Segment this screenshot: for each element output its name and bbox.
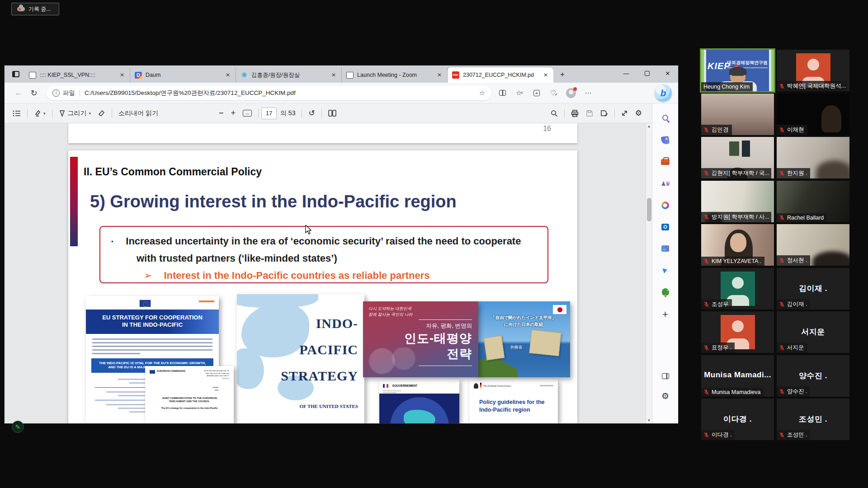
participant-tile[interactable]: 김민경 <box>701 94 774 135</box>
participant-tile[interactable]: 표정우 . <box>701 311 774 353</box>
read-aloud-button[interactable]: 소리내어 읽기 <box>115 106 162 121</box>
german-eagle-icon <box>474 383 478 389</box>
scrollbar-thumb[interactable] <box>647 198 651 221</box>
sidebar-drop-button[interactable] <box>658 263 673 278</box>
sidebar-shopping-button[interactable] <box>658 132 673 148</box>
participant-tile[interactable]: 정서현 . <box>777 224 849 266</box>
page-view-button[interactable] <box>325 106 340 121</box>
back-button[interactable]: ← <box>11 85 26 101</box>
recording-indicator[interactable]: 기록 중... <box>11 3 59 15</box>
pdf-scrollbar[interactable]: ▲ ▼ <box>646 123 652 423</box>
participant-tile[interactable]: 박혜연[ 국제대학원석... <box>777 50 849 91</box>
sidebar-search-button[interactable] <box>658 110 673 125</box>
tab-title: Launch Meeting - Zoom <box>357 72 432 78</box>
old-map-graphic <box>484 335 505 360</box>
favorites-bar-button[interactable]: ☆≡ <box>512 86 527 100</box>
page-number-input[interactable]: 17 <box>261 108 277 119</box>
print-button[interactable] <box>567 106 582 121</box>
participant-tile[interactable]: Rachel Ballard <box>777 181 849 222</box>
erase-button[interactable] <box>94 106 109 121</box>
settings-more-button[interactable]: ⋯ <box>581 86 595 100</box>
tab-close-icon[interactable]: ✕ <box>435 71 443 79</box>
participant-tile[interactable]: 양수진 . 양수진 . <box>777 355 849 397</box>
zoom-out-button[interactable]: − <box>215 106 227 121</box>
participant-tile[interactable]: Munisa Mamadi... Munisa Mamadieva <box>701 355 774 397</box>
sidebar-customize-button[interactable] <box>658 368 673 384</box>
browser-essentials-button[interactable]: ♡✔ <box>547 86 561 100</box>
close-window-button[interactable]: ✕ <box>657 66 678 81</box>
tab-kiep-vpn[interactable]: :::: KIEP_SSL_VPN:::: ✕ <box>24 67 130 83</box>
sidebar-tree-button[interactable] <box>658 284 673 300</box>
muted-mic-icon <box>779 258 785 263</box>
participant-name: 조성민 . <box>787 431 807 439</box>
participant-name: 조성우 <box>712 300 729 308</box>
participant-tile[interactable]: 이채현 <box>777 94 849 135</box>
participant-tile[interactable]: 조성민 . 조성민 . <box>777 399 849 440</box>
participant-tile[interactable]: 서지운 서지운 <box>777 311 849 353</box>
pdf-settings-button[interactable]: ⚙ <box>632 106 646 121</box>
de-doc-title-line2: Indo-Pacific region <box>479 406 553 414</box>
search-document-button[interactable] <box>547 106 561 121</box>
save-icon <box>586 110 593 117</box>
info-icon[interactable]: i <box>52 89 60 97</box>
tab-kiep-office[interactable]: ❋ 김흥종/원장/원장실 ✕ <box>236 67 342 83</box>
sidebar-tools-button[interactable] <box>658 154 673 169</box>
new-tab-button[interactable]: + <box>556 68 569 81</box>
sidebar-add-button[interactable]: + <box>658 307 673 322</box>
rotate-button[interactable]: ↺ <box>305 106 318 121</box>
de-doc-title-line1: Policy guidelines for the <box>479 399 553 406</box>
participant-tile[interactable]: 김이재 . 김이재 . <box>777 268 849 310</box>
page-16-number: 16 <box>543 125 551 133</box>
tab-zoom-meeting[interactable]: Launch Meeting - Zoom ✕ <box>342 67 448 83</box>
address-bar[interactable]: i 파일 C:/Users/ZB99015/Desktop/연구원%20관련자료… <box>46 86 491 100</box>
tab-pdf-active[interactable]: PDF 230712_EUCCP_HCKIM.pd ✕ <box>448 67 553 83</box>
restore-button[interactable] <box>637 66 657 81</box>
sidebar-microsoft365-button[interactable] <box>658 197 673 213</box>
pdf-content-area: 16 II. EU’s Common Commercial Policy 5) … <box>5 123 652 423</box>
scroll-down-arrow[interactable]: ▼ <box>646 418 652 422</box>
pencil-icon: ✎ <box>15 423 21 431</box>
mouse-cursor <box>304 225 313 235</box>
annotation-pen-button[interactable]: ✎ <box>12 421 24 433</box>
us-doc-tagline: OF THE UNITED STATES <box>300 404 359 409</box>
tab-daum[interactable]: D Daum ✕ <box>130 67 236 83</box>
participant-tile[interactable]: 이다경 . 이다경 . <box>701 399 774 440</box>
collections-button[interactable]: + <box>529 86 544 100</box>
tab-actions-menu-button[interactable] <box>9 67 23 81</box>
expand-button[interactable] <box>618 106 632 121</box>
draw-button[interactable]: 그리기 ▾ <box>55 106 95 121</box>
scroll-up-arrow[interactable]: ▲ <box>646 124 652 128</box>
tab-close-icon[interactable]: ✕ <box>118 71 126 79</box>
sidebar-settings-button[interactable]: ⚙ <box>658 388 673 404</box>
refresh-button[interactable]: ↻ <box>26 85 42 101</box>
participant-tile[interactable]: KIM YELYZAVETA . <box>701 224 774 266</box>
participant-tile[interactable]: 김현지[ 학부재학 / 국... <box>701 137 774 178</box>
participant-tile-heung-chong-kim[interactable]: KIEP◢ 대외경제정책연구원 Heung Chong Kim <box>701 50 774 91</box>
minimize-button[interactable]: — <box>616 66 637 81</box>
tab-close-icon[interactable]: ✕ <box>330 71 338 79</box>
save-as-button[interactable] <box>597 106 612 121</box>
image-creator-icon <box>661 245 669 252</box>
pen-icon <box>59 110 66 117</box>
participant-tile[interactable]: 한지원 . <box>777 137 849 178</box>
tab-close-icon[interactable]: ✕ <box>224 71 232 79</box>
slide-callout-box: ▪ Increased uncertainty in the era of ‘e… <box>99 226 548 283</box>
bing-copilot-button[interactable]: b <box>655 84 672 102</box>
tab-close-icon[interactable]: ✕ <box>542 71 550 79</box>
participant-tile[interactable]: 방지원[ 학부재학 / 사... <box>701 181 774 222</box>
sidebar-designer-button[interactable] <box>658 241 673 256</box>
profile-button[interactable] <box>564 86 578 100</box>
participant-tile[interactable]: 조성우 <box>701 268 774 310</box>
save-button[interactable] <box>582 106 597 121</box>
sidebar-outlook-button[interactable]: O <box>658 219 673 235</box>
split-screen-button[interactable] <box>495 86 509 100</box>
favorite-star-icon[interactable]: ☆ <box>476 89 489 97</box>
bullet-text-line1: Increased uncertainty in the era of ‘eco… <box>126 232 521 250</box>
toc-button[interactable] <box>9 106 24 121</box>
eu-flag-icon <box>150 370 155 374</box>
sidebar-games-button[interactable]: ♟♛ <box>658 176 673 191</box>
zoom-in-button[interactable]: + <box>227 106 239 121</box>
highlight-button[interactable]: ▾ <box>30 106 49 121</box>
muted-mic-icon <box>703 389 709 395</box>
fit-width-button[interactable]: ↔ <box>239 106 255 121</box>
